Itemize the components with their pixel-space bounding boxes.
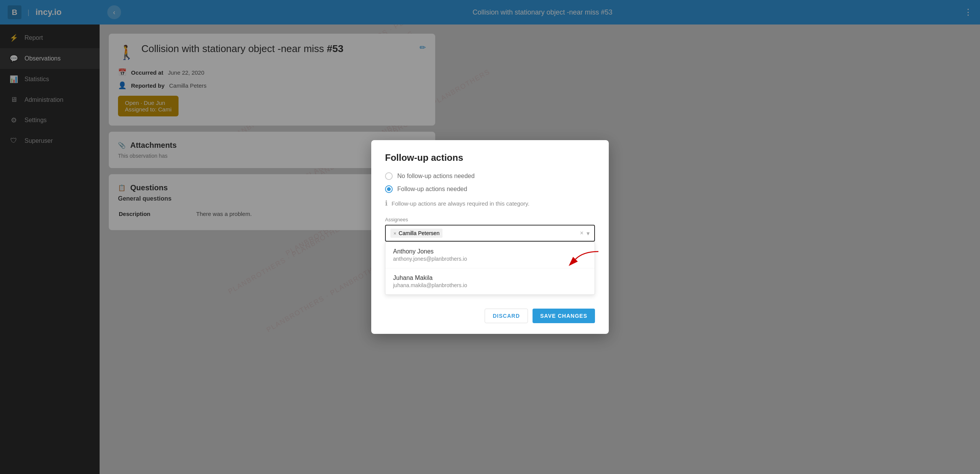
radio-no-followup[interactable]: No follow-up actions needed — [385, 172, 595, 180]
dropdown-item-juhana[interactable]: Juhana Makila juhana.makila@planbrothers… — [385, 268, 595, 294]
modal-overlay[interactable]: Follow-up actions No follow-up actions n… — [0, 0, 980, 474]
modal-footer: DISCARD SAVE CHANGES — [385, 302, 595, 323]
dropdown-item-email-anthony: anthony.jones@planbrothers.io — [393, 256, 587, 262]
dropdown-toggle-icon[interactable]: ▾ — [587, 230, 590, 237]
assignees-input[interactable] — [446, 230, 577, 236]
save-changes-button[interactable]: SAVE CHANGES — [533, 309, 595, 323]
dropdown-item-name-juhana: Juhana Makila — [393, 275, 587, 281]
assignee-tag-camilla: × Camilla Petersen — [390, 229, 442, 238]
info-note-text: Follow-up actions are always required in… — [392, 200, 529, 207]
assignee-name: Camilla Petersen — [399, 230, 440, 236]
radio-group: No follow-up actions needed Follow-up ac… — [385, 172, 595, 193]
assignees-dropdown: Anthony Jones anthony.jones@planbrothers… — [385, 242, 595, 295]
assignees-field-wrapper: × Camilla Petersen × ▾ — [385, 225, 595, 295]
dropdown-item-name-anthony: Anthony Jones — [393, 248, 587, 255]
followup-modal: Follow-up actions No follow-up actions n… — [371, 140, 609, 334]
radio-label-followup-needed: Follow-up actions needed — [397, 186, 467, 193]
remove-assignee-button[interactable]: × — [393, 230, 397, 236]
dropdown-item-email-juhana: juhana.makila@planbrothers.io — [393, 282, 587, 288]
radio-circle-no-followup — [385, 172, 393, 180]
clear-field-button[interactable]: × — [580, 230, 583, 237]
field-controls: × ▾ — [580, 230, 590, 237]
info-note: ℹ Follow-up actions are always required … — [385, 199, 595, 208]
assignees-section: Assignees × Camilla Petersen × ▾ — [385, 217, 595, 295]
modal-title: Follow-up actions — [385, 152, 595, 163]
assignees-label: Assignees — [385, 217, 595, 222]
radio-label-no-followup: No follow-up actions needed — [397, 173, 475, 180]
radio-followup-needed[interactable]: Follow-up actions needed — [385, 185, 595, 193]
radio-circle-followup-needed — [385, 185, 393, 193]
assignees-field[interactable]: × Camilla Petersen × ▾ — [385, 225, 595, 242]
info-icon: ℹ — [385, 199, 388, 208]
discard-button[interactable]: DISCARD — [485, 309, 528, 323]
dropdown-item-anthony[interactable]: Anthony Jones anthony.jones@planbrothers… — [385, 242, 595, 268]
